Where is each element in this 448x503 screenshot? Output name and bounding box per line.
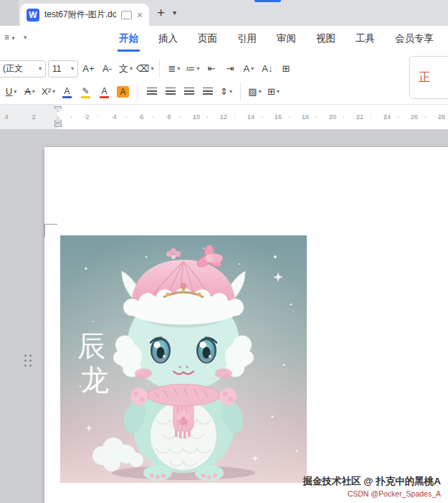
- align-justify-icon: [203, 88, 213, 95]
- ribbon-divider: [240, 82, 241, 101]
- tab-references[interactable]: 引用: [227, 26, 267, 52]
- strikethrough-icon: A: [24, 86, 31, 97]
- quick-access-chevron-icon[interactable]: ▾: [24, 34, 27, 41]
- tabbar-corner: [0, 0, 19, 26]
- font-size-value: 11: [52, 64, 68, 74]
- underline-button[interactable]: U▾: [3, 83, 19, 100]
- align-center-button[interactable]: [162, 83, 178, 100]
- tab-view[interactable]: 视图: [306, 26, 345, 52]
- ruler-number: 10: [193, 113, 200, 121]
- phonetic-icon: 文: [119, 62, 128, 75]
- horizontal-ruler[interactable]: 4 2 2 4 6 8 10 12 14 16 18 20 22 24 26 2…: [0, 105, 448, 129]
- ribbon-tabs: 开始 插入 页面 引用 审阅 视图 工具 会员专享: [109, 26, 444, 52]
- menu-left-controls: ≡ ▾ ▾: [4, 32, 27, 42]
- numbered-list-button[interactable]: ≔▾: [184, 60, 201, 77]
- dragon-illustration: 辰 龙: [60, 235, 307, 483]
- tab-tools[interactable]: 工具: [345, 26, 385, 52]
- monitor-icon[interactable]: [121, 11, 132, 19]
- decrease-indent-button[interactable]: ⇤: [203, 60, 219, 77]
- chevron-down-icon: ▾: [177, 65, 180, 72]
- document-workspace: 辰 龙 掘金技术社区 @ 扑克中的黑桃A CSDN @Pocker_Spades…: [0, 129, 448, 503]
- ruler-number: 16: [275, 113, 282, 121]
- highlight-button[interactable]: ✎: [77, 83, 94, 101]
- font-name-combobox[interactable]: (正文 ▾: [0, 60, 46, 77]
- outdent-icon: ⇤: [207, 63, 215, 74]
- color-bar: [100, 96, 109, 98]
- line-spacing-button[interactable]: ⇕▾: [218, 83, 234, 100]
- phonetic-guide-button[interactable]: 文▾: [118, 60, 134, 77]
- indent-icon: ⇥: [226, 63, 234, 74]
- chevron-down-icon: ▾: [11, 34, 15, 42]
- caption-char-1: 辰: [77, 329, 106, 362]
- style-preview-text: 正: [419, 70, 430, 85]
- tab-list-chevron-icon[interactable]: ▾: [173, 9, 176, 17]
- new-tab-button[interactable]: +: [157, 5, 165, 21]
- ribbon-divider: [137, 82, 138, 101]
- ruler-number: 4: [113, 113, 116, 121]
- align-left-button[interactable]: [143, 83, 160, 100]
- font-color-button[interactable]: A: [96, 83, 113, 101]
- char-shading-button[interactable]: A: [115, 83, 131, 100]
- eraser-icon: ⌫: [136, 63, 149, 74]
- char-color-button[interactable]: A: [59, 83, 75, 101]
- tab-page[interactable]: 页面: [188, 26, 227, 52]
- clear-format-button[interactable]: ⌫▾: [136, 60, 153, 77]
- tab-member[interactable]: 会员专享: [385, 26, 444, 52]
- decrease-font-icon: A-: [103, 63, 112, 74]
- font-size-combobox[interactable]: 11 ▾: [48, 60, 78, 77]
- document-tab[interactable]: W test67附件-图片.docx ×: [20, 4, 149, 26]
- ribbon-divider: [159, 59, 160, 78]
- close-tab-icon[interactable]: ×: [137, 10, 143, 20]
- decrease-font-button[interactable]: A-: [99, 60, 115, 77]
- show-marks-button[interactable]: ⊞: [277, 60, 294, 77]
- bullet-list-icon: ≣: [168, 63, 176, 74]
- tab-insert[interactable]: 插入: [148, 26, 188, 52]
- bullet-list-button[interactable]: ≣▾: [166, 60, 182, 77]
- chevron-down-icon: ▾: [14, 88, 16, 95]
- ruler-number: 8: [167, 113, 171, 121]
- chevron-down-icon: ▾: [229, 88, 232, 95]
- inline-image-dragon[interactable]: 辰 龙: [60, 235, 307, 483]
- ruler-number: 2: [32, 113, 35, 121]
- paragraph-drag-handle[interactable]: [24, 354, 32, 367]
- increase-font-icon: A+: [82, 63, 94, 74]
- align-left-icon: [147, 88, 157, 95]
- chevron-down-icon: ▾: [52, 88, 55, 95]
- watermark-line1: 掘金技术社区 @ 扑克中的黑桃A: [303, 475, 441, 488]
- sort-button[interactable]: A↓: [259, 60, 275, 77]
- font-name-value: (正文: [3, 62, 36, 75]
- align-center-icon: [166, 88, 176, 95]
- numbered-list-icon: ≔: [186, 63, 195, 74]
- increase-indent-button[interactable]: ⇥: [221, 60, 238, 77]
- grid-icon: ⊞: [282, 63, 290, 74]
- left-indent-marker[interactable]: [54, 123, 62, 127]
- tab-home[interactable]: 开始: [109, 26, 148, 52]
- chevron-down-icon: ▾: [71, 65, 74, 72]
- tab-review[interactable]: 审阅: [267, 26, 306, 52]
- shading-icon: ▨: [248, 86, 257, 97]
- document-page[interactable]: 辰 龙: [44, 147, 448, 503]
- highlight-pen-icon: ✎: [82, 87, 89, 95]
- text-effect-button[interactable]: A▾: [240, 60, 257, 77]
- chevron-down-icon: ▾: [251, 65, 254, 72]
- file-menu-button[interactable]: ≡ ▾: [4, 32, 15, 42]
- watermark-line2: CSDN @Pocker_Spades_A: [303, 489, 441, 498]
- ribbon-toolbar: (正文 ▾ 11 ▾ A+ A- 文▾ ⌫▾ ≣▾ ≔▾ ⇤ ⇥ A▾ A↓ ⊞…: [0, 52, 448, 105]
- chevron-down-icon: ▾: [32, 88, 35, 95]
- increase-font-button[interactable]: A+: [80, 60, 97, 77]
- ruler-number: 24: [383, 113, 391, 121]
- ruler-number: 20: [329, 113, 336, 121]
- menu-bar: ≡ ▾ ▾ 开始 插入 页面 引用 审阅 视图 工具 会员专享: [0, 26, 448, 52]
- strikethrough-button[interactable]: A▾: [22, 83, 38, 100]
- shading-button[interactable]: ▨▾: [247, 83, 263, 100]
- color-bar: [81, 96, 90, 98]
- style-gallery[interactable]: 正: [409, 56, 448, 99]
- window-accent-line: [254, 0, 281, 2]
- ruler-number: 22: [356, 113, 363, 121]
- align-right-icon: [184, 88, 194, 95]
- align-justify-button[interactable]: [199, 83, 216, 100]
- borders-button[interactable]: ⊞▾: [265, 83, 282, 100]
- align-right-button[interactable]: [181, 83, 197, 100]
- hamburger-icon: ≡: [4, 32, 9, 42]
- superscript-button[interactable]: X²▾: [40, 83, 57, 100]
